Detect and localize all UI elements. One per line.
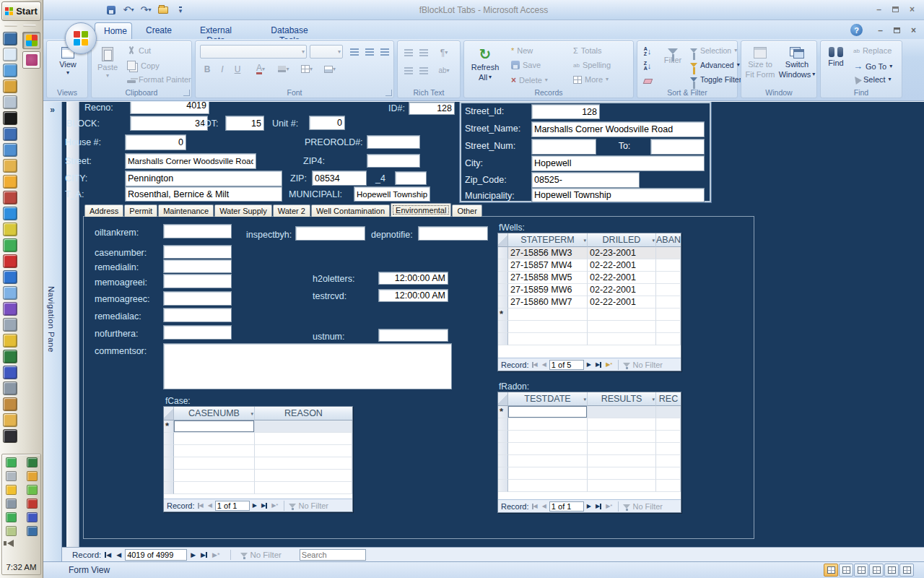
- new-record-button-ribbon[interactable]: *New: [509, 46, 535, 56]
- new-mail-icon[interactable]: [27, 471, 38, 481]
- handshake-icon[interactable]: [3, 397, 17, 411]
- user-account-icon[interactable]: [3, 286, 17, 300]
- pivotchart-view-button[interactable]: [869, 564, 884, 577]
- nofurthera-field[interactable]: [163, 325, 232, 340]
- fcase-column-casenumb[interactable]: CASENUMB▾: [174, 407, 255, 420]
- municipality-field[interactable]: [531, 188, 705, 202]
- oiltankrem-field[interactable]: [163, 224, 232, 238]
- cut-button[interactable]: Cut: [125, 46, 153, 56]
- street-id-field[interactable]: [531, 104, 600, 119]
- fwells-no-filter-indicator[interactable]: No Filter: [623, 361, 663, 369]
- city-field[interactable]: [125, 171, 282, 186]
- record-selector-bar[interactable]: [66, 102, 79, 548]
- layout-view-button[interactable]: [884, 564, 899, 577]
- recno-field[interactable]: [130, 102, 209, 114]
- calculator-icon[interactable]: [3, 429, 17, 443]
- more-button[interactable]: More▾: [571, 74, 611, 85]
- fcase-column-reason[interactable]: REASON: [255, 407, 352, 420]
- fwells-column-drilled[interactable]: DRILLED▾: [588, 233, 656, 247]
- municipali-field[interactable]: [354, 186, 430, 202]
- network-connection-icon[interactable]: [27, 526, 38, 536]
- fwells-first-record-button[interactable]: ◀: [531, 361, 539, 368]
- paste-button[interactable]: Paste▾: [93, 44, 122, 86]
- clipboard-dialog-launcher[interactable]: [183, 90, 190, 96]
- toggle-filter-button[interactable]: Toggle Filter: [688, 74, 744, 85]
- volume-control-icon[interactable]: [3, 334, 17, 348]
- doc-minimize-button[interactable]: –: [874, 25, 886, 35]
- ribbon-tab-home[interactable]: Home: [95, 22, 132, 39]
- remedialin-field[interactable]: [163, 259, 232, 273]
- main-no-filter-indicator[interactable]: No Filter: [240, 551, 281, 559]
- fwells-row[interactable]: 27-15858 MW5 02-22-2001: [498, 272, 681, 284]
- fradon-last-record-button[interactable]: ▶: [594, 503, 603, 509]
- main-previous-record-button[interactable]: ◀: [115, 551, 123, 558]
- zip-field[interactable]: [312, 171, 367, 186]
- safely-remove-icon[interactable]: [6, 457, 17, 467]
- expand-navigation-pane-button[interactable]: »: [45, 104, 59, 117]
- office-button[interactable]: [65, 22, 97, 54]
- street-field[interactable]: [125, 153, 256, 169]
- pivottable-view-button[interactable]: [854, 564, 868, 577]
- fradon-record-position[interactable]: [549, 501, 584, 512]
- totals-button[interactable]: ΣTotals: [571, 46, 604, 56]
- filter-button[interactable]: Filter: [659, 46, 687, 85]
- fcase-select-all[interactable]: [164, 407, 174, 420]
- decrease-indent-button[interactable]: [401, 46, 416, 59]
- align-center-button[interactable]: [362, 45, 377, 59]
- excel-icon[interactable]: [3, 350, 17, 363]
- running-app-access-button[interactable]: [22, 51, 40, 69]
- internet-explorer-icon[interactable]: [3, 207, 17, 220]
- main-last-record-button[interactable]: ▶: [199, 551, 209, 558]
- selection-button[interactable]: Selection▾: [688, 46, 739, 56]
- bold-button[interactable]: B: [200, 62, 214, 76]
- to-field[interactable]: [650, 139, 705, 155]
- datasheet-view-button[interactable]: [839, 564, 853, 577]
- fwells-last-record-button[interactable]: ▶: [594, 361, 603, 368]
- fcase-previous-record-button[interactable]: ◀: [206, 502, 214, 509]
- network-activity-icon[interactable]: [27, 457, 38, 467]
- advanced-filter-button[interactable]: Advanced▾: [688, 60, 742, 70]
- messenger-folder-icon[interactable]: [3, 175, 17, 189]
- messenger-smiley-icon[interactable]: [6, 485, 17, 495]
- close-button[interactable]: ×: [906, 4, 918, 14]
- sort-descending-button[interactable]: ZA↓: [640, 59, 655, 72]
- italic-button[interactable]: I: [215, 62, 230, 76]
- id-field[interactable]: [409, 102, 455, 115]
- remote-desktop-icon[interactable]: [3, 127, 17, 141]
- replace-button[interactable]: abReplace: [851, 46, 894, 56]
- h2oletters-field[interactable]: [378, 272, 448, 285]
- msn-user-icon[interactable]: [27, 485, 38, 495]
- spelling-button[interactable]: abSpelling: [571, 60, 613, 70]
- open-button[interactable]: [156, 3, 170, 17]
- find-button[interactable]: Find: [822, 44, 850, 85]
- tab-water-2[interactable]: Water 2: [273, 204, 310, 217]
- windows-update-icon[interactable]: [3, 64, 17, 77]
- fradon-first-record-button[interactable]: ◀: [531, 503, 539, 509]
- save-button[interactable]: [104, 3, 118, 17]
- fwells-column-stateperm[interactable]: STATEPERM▾: [508, 233, 588, 247]
- fcase-record-position[interactable]: [215, 501, 250, 511]
- image-editor-icon[interactable]: [3, 238, 17, 252]
- fwells-row[interactable]: 27-15856 MW3 02-23-2001: [498, 247, 681, 259]
- customize-qat-button[interactable]: ▾: [173, 3, 188, 17]
- main-next-record-button[interactable]: ▶: [189, 551, 197, 558]
- pda-sync-icon[interactable]: [6, 499, 17, 509]
- highlight-button[interactable]: ab▾: [434, 64, 454, 77]
- refresh-all-button[interactable]: ↻ Refresh All▾: [467, 44, 503, 86]
- alternate-fill-button[interactable]: ▾: [320, 62, 340, 76]
- printer-icon[interactable]: [3, 318, 17, 332]
- ribbon-tab-database-tools[interactable]: Database Tools: [254, 22, 325, 39]
- main-record-position[interactable]: [125, 549, 187, 561]
- tab-water-supply[interactable]: Water Supply: [214, 204, 272, 217]
- music-app-icon[interactable]: [3, 302, 17, 316]
- tab-well-contamination[interactable]: Well Contamination: [311, 204, 390, 217]
- commentsor-field[interactable]: [163, 343, 452, 389]
- power-plug-icon[interactable]: [6, 526, 17, 536]
- fradon-column-results[interactable]: RESULTS▾: [588, 392, 656, 406]
- preorold-field[interactable]: [367, 135, 420, 149]
- house-field[interactable]: [125, 134, 186, 150]
- casenumber-field[interactable]: [163, 245, 232, 259]
- tab-other[interactable]: Other: [452, 204, 482, 217]
- netmeeting-icon[interactable]: [3, 366, 17, 379]
- fcase-last-record-button[interactable]: ▶: [260, 502, 269, 509]
